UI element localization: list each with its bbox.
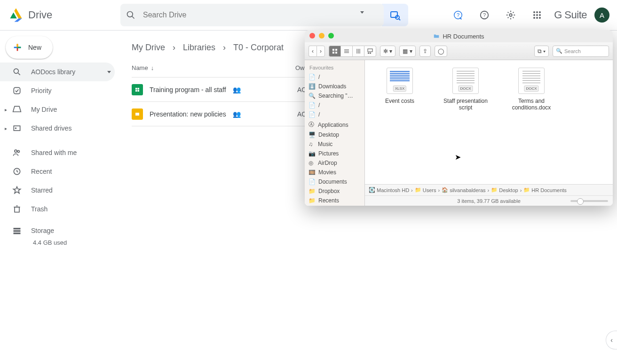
folder-icon [433,33,440,39]
breadcrumb-seg[interactable]: My Drive [132,43,165,53]
plus-icon [12,42,23,53]
finder-sidebar-item[interactable]: 📄/ [305,101,364,110]
aodocs-search-button[interactable] [382,4,408,26]
finder-sidebar-item[interactable]: 🖥️Desktop [305,130,364,139]
search-input[interactable] [135,11,378,19]
finder-statusbar: 3 items, 39.77 GB available [365,195,613,206]
view-gallery-button[interactable] [364,46,376,57]
sidebar-aodocs-library[interactable]: AODocs library [0,62,115,81]
svg-rect-41 [14,232,21,234]
music-icon: ♫ [308,141,315,147]
finder-search[interactable]: 🔍 Search [553,46,609,57]
finder-sidebar-item[interactable]: 📄/ [305,110,364,119]
finder-sidebar-item[interactable]: ◎AirDrop [305,158,364,168]
desktop-icon: 🖥️ [308,132,316,138]
sidebar-starred[interactable]: Starred [0,181,115,200]
breadcrumb-seg[interactable]: T0 - Corporat [233,43,284,53]
apps-icon: Ⓐ [308,121,315,129]
view-list-button[interactable] [340,46,352,57]
svg-point-19 [533,17,535,19]
finder-sidebar-item[interactable]: 📷Pictures [305,149,364,158]
disk-icon: 💽 [369,187,375,193]
folder-icon: 📁 [523,187,530,193]
search-icon: 🔍 [556,48,562,54]
file-label: Event costs [376,98,423,104]
svg-rect-36 [15,207,19,212]
file-label: Staff presentation script [442,98,489,111]
svg-point-14 [536,11,538,13]
support-icon[interactable]: ? [449,6,467,24]
sidebar-recent[interactable]: Recent [0,162,115,181]
finder-sidebar-item[interactable]: 📄/ [305,72,364,82]
svg-point-18 [539,14,541,16]
traffic-zoom-icon[interactable] [328,33,334,39]
finder-file[interactable]: Terms and conditions.docx [508,68,555,111]
svg-rect-48 [332,49,334,51]
action-menu-button[interactable]: ✻ ▾ [380,46,396,57]
finder-pathbar[interactable]: 💽Macintosh HD › 📁Users › 🏠silvanabaldera… [365,184,613,195]
finder-sidebar-item[interactable]: 📄Documents [305,177,364,186]
finder-sidebar-item[interactable]: 🔍Searching "… [305,91,364,101]
back-button[interactable]: ‹ [308,46,316,57]
search-options-caret-icon[interactable] [360,11,364,14]
finder-window: HR Documents ‹ › ✻ ▾ ▦ ▾ ⇪ ◯ ⧉ ▾ 🔍 Searc… [305,30,613,206]
file-icon: 📄 [308,111,316,118]
drive-logo-icon [8,7,24,23]
settings-icon[interactable] [501,6,520,24]
search-bar[interactable] [120,4,384,26]
svg-point-21 [539,17,541,19]
finder-sidebar-item[interactable]: ⬇️Downloads [305,82,364,91]
recents-icon: 📁 [308,197,316,204]
svg-point-15 [539,11,541,13]
search-icon [12,67,22,77]
view-icons-button[interactable] [329,46,340,57]
sidebar-shared-drives[interactable]: Shared drives [0,119,115,138]
finder-sidebar-item[interactable]: 🎞️Movies [305,168,364,177]
sidebar-storage[interactable]: Storage [12,226,120,235]
sidebar-my-drive[interactable]: My Drive [0,100,115,119]
chevron-down-icon[interactable] [107,71,111,73]
finder-file[interactable]: Event costs [376,68,423,104]
docx-file-icon [452,68,479,94]
account-avatar[interactable]: A [594,8,609,23]
finder-sidebar-item[interactable]: ♫Music [305,139,364,149]
sidebar-trash[interactable]: Trash [0,200,115,218]
column-name[interactable]: Name ↓ [132,64,292,71]
dropbox-button[interactable]: ⧉ ▾ [534,46,549,57]
shared-icon: 👥 [233,86,241,93]
arrange-menu-button[interactable]: ▦ ▾ [399,46,415,57]
tags-button[interactable]: ◯ [435,46,447,57]
aodocs-search-icon [389,9,401,21]
airdrop-icon: ◎ [308,160,315,166]
svg-line-27 [18,73,20,75]
finder-file-grid[interactable]: Event costs Staff presentation script Te… [365,60,613,184]
pictures-icon: 📷 [308,150,316,157]
traffic-close-icon[interactable] [309,33,315,39]
sidebar-priority[interactable]: Priority [0,81,115,100]
drive-icon [12,105,22,114]
svg-point-13 [533,11,535,13]
home-icon: 🏠 [442,187,448,193]
share-button[interactable]: ⇪ [419,46,431,57]
finder-sidebar-item[interactable]: ⒶApplications [305,119,364,130]
breadcrumb-seg[interactable]: Libraries [183,43,215,53]
svg-text:?: ? [483,12,486,18]
svg-point-32 [15,150,17,152]
finder-zoom-slider[interactable] [570,200,608,202]
finder-titlebar[interactable]: HR Documents [305,30,613,42]
svg-rect-39 [14,228,21,229]
svg-rect-58 [368,49,372,52]
traffic-minimize-icon[interactable] [319,33,324,39]
drive-logo[interactable]: Drive [8,7,120,23]
finder-file[interactable]: Staff presentation script [442,68,489,111]
apps-grid-icon[interactable] [528,6,546,24]
view-columns-button[interactable] [352,46,364,57]
new-button[interactable]: New [6,36,53,59]
finder-sidebar-item[interactable]: 📁Recents [305,196,364,205]
svg-marker-2 [14,18,22,22]
finder-sidebar-item[interactable]: 📁Dropbox [305,186,364,196]
sidebar-shared-with-me[interactable]: Shared with me [0,143,115,162]
svg-point-31 [15,127,16,129]
help-icon[interactable]: ? [475,6,494,24]
forward-button[interactable]: › [316,46,325,57]
